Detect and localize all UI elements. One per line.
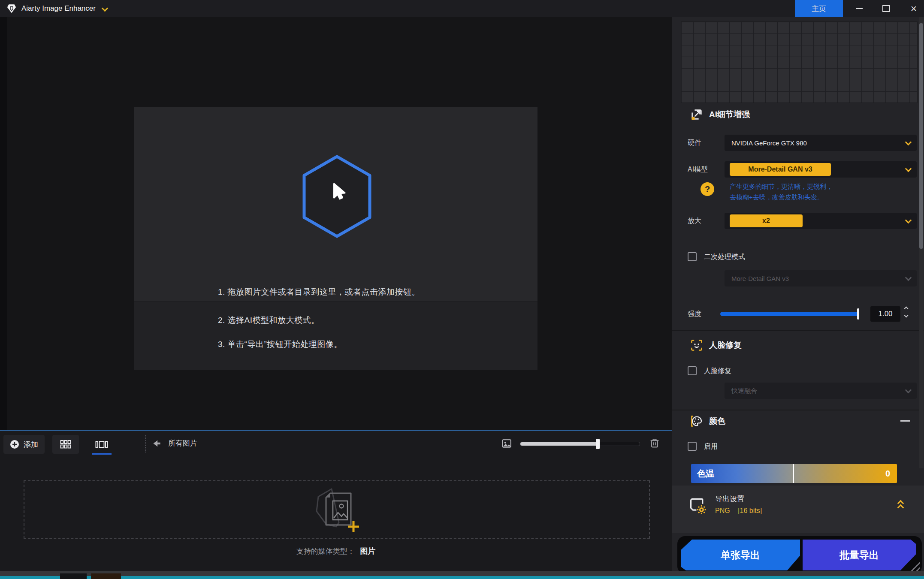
minimize-button[interactable] [849, 0, 869, 17]
maximize-icon [882, 5, 890, 12]
upscale-label: 放大 [688, 217, 701, 226]
app-menu-chevron-icon[interactable] [101, 6, 108, 12]
export-bit-depth: [16 bits] [738, 507, 762, 514]
media-list-panel: 添加 所有图片 [0, 430, 672, 572]
home-button[interactable]: 主页 [795, 0, 843, 17]
minimize-icon [856, 8, 863, 9]
second-pass-checkbox[interactable] [688, 252, 697, 261]
batch-export-button[interactable]: 批量导出 [803, 540, 916, 570]
export-settings-icon [687, 495, 707, 516]
ai-model-dropdown[interactable]: More-Detail GAN v3 [725, 161, 917, 178]
face-restore-label: 人脸修复 [704, 367, 731, 376]
collapse-minus-icon[interactable] [900, 420, 910, 422]
strength-slider[interactable] [720, 312, 859, 316]
hardware-label: 硬件 [688, 139, 701, 148]
drop-hexagon-cursor-icon [299, 154, 374, 241]
taskbar-item [91, 573, 121, 579]
close-button[interactable]: ✕ [903, 0, 924, 17]
model-description: 产生更多的细节，更清晰，更锐利， 去模糊+去噪，改善皮肤和头发。 [730, 181, 833, 202]
app-window: Aiarty Image Enhancer 主页 ✕ [0, 0, 924, 579]
preview-transparency-grid [681, 21, 918, 103]
batch-export-label: 批量导出 [839, 549, 879, 562]
strength-stepper[interactable] [904, 307, 908, 318]
chevron-down-icon [905, 166, 912, 173]
chevron-up-icon [897, 503, 904, 510]
export-format-value: PNG [715, 507, 730, 514]
face-restore-mode-value: 快速融合 [731, 387, 757, 395]
model-description-line-2: 去模糊+去噪，改善皮肤和头发。 [730, 192, 833, 202]
main-area: 1. 拖放图片文件或者目录到这里，或者点击添加按钮。 2. 选择AI模型和放大模… [0, 17, 672, 430]
export-settings-panel[interactable]: 导出设置 PNG [16 bits] [672, 486, 924, 533]
thumbnail-size-slider[interactable] [520, 442, 640, 446]
hardware-value: NVIDIA GeForce GTX 980 [731, 139, 807, 147]
taskbar-gray-strip [0, 571, 924, 576]
maximize-button[interactable] [876, 0, 896, 17]
upscale-dropdown[interactable]: x2 [725, 213, 917, 229]
home-button-label: 主页 [812, 4, 826, 14]
stepper-up-icon[interactable] [904, 307, 908, 311]
hardware-dropdown[interactable]: NVIDIA GeForce GTX 980 [725, 135, 917, 151]
chevron-down-icon [905, 217, 912, 224]
export-settings-title: 导出设置 [715, 494, 744, 504]
sidebar-scrollbar-track[interactable] [919, 17, 924, 468]
thumbnail-size-icon [501, 438, 512, 449]
instruction-line-3: 3. 单击“导出”按钮开始处理图像。 [218, 339, 342, 350]
filmstrip-view-button[interactable] [88, 435, 115, 454]
resize-grip [909, 561, 920, 572]
face-restore-mode-dropdown[interactable]: 快速融合 [725, 383, 917, 399]
export-expand-button[interactable] [897, 498, 904, 510]
ai-enhance-title: AI细节增强 [709, 108, 750, 121]
color-palette-icon [690, 415, 703, 428]
plus-circle-icon [10, 440, 19, 449]
chevron-down-icon [905, 275, 912, 282]
filmstrip-view-icon [95, 440, 108, 449]
ai-model-label: AI模型 [688, 165, 708, 174]
second-pass-model-value: More-Detail GAN v3 [731, 275, 789, 282]
color-temperature-label: 色温 [697, 464, 714, 483]
face-restore-title: 人脸修复 [709, 339, 742, 352]
single-export-label: 单张导出 [721, 549, 760, 562]
toolbar-separator [145, 435, 146, 452]
strength-value-field[interactable]: 1.00 [870, 306, 900, 322]
trash-icon[interactable] [649, 437, 661, 449]
stepper-down-icon[interactable] [904, 314, 908, 318]
section-divider [672, 410, 924, 410]
export-format-row: PNG [16 bits] [715, 507, 762, 515]
strength-slider-handle[interactable] [857, 308, 859, 320]
strength-label: 强度 [688, 310, 701, 319]
chevron-down-icon [905, 387, 912, 394]
taskbar-teal-strip [0, 576, 924, 579]
ai-enhance-icon [690, 108, 703, 121]
add-button[interactable]: 添加 [3, 435, 45, 454]
sidebar-scrollbar-thumb[interactable] [919, 23, 923, 249]
supported-media-label: 支持的媒体类型： [296, 547, 355, 555]
supported-media-row: 支持的媒体类型： 图片 [0, 546, 672, 556]
supported-media-value: 图片 [360, 547, 375, 555]
single-export-button[interactable]: 单张导出 [681, 540, 800, 570]
drop-instructions-panel[interactable]: 1. 拖放图片文件或者目录到这里，或者点击添加按钮。 2. 选择AI模型和放大模… [134, 107, 537, 370]
instruction-line-1: 1. 拖放图片文件或者目录到这里，或者点击添加按钮。 [218, 286, 420, 298]
add-image-dropzone-icon [311, 486, 362, 534]
color-temperature-slider[interactable]: 色温 0 [691, 464, 897, 483]
color-temperature-handle[interactable] [793, 464, 794, 483]
app-title: Aiarty Image Enhancer [21, 0, 96, 17]
color-enable-checkbox[interactable] [688, 442, 697, 451]
media-dropzone[interactable] [24, 480, 650, 539]
drop-hex-zone[interactable]: 1. 拖放图片文件或者目录到这里，或者点击添加按钮。 [134, 107, 537, 302]
second-pass-model-dropdown[interactable]: More-Detail GAN v3 [725, 270, 917, 286]
grid-view-button[interactable] [52, 435, 79, 454]
add-button-label: 添加 [24, 440, 38, 449]
second-pass-label: 二次处理模式 [704, 253, 745, 262]
titlebar: Aiarty Image Enhancer 主页 ✕ [0, 0, 924, 17]
color-section-title: 颜色 [709, 415, 725, 428]
model-description-line-1: 产生更多的细节，更清晰，更锐利， [730, 181, 833, 192]
settings-sidebar: AI细节增强 硬件 NVIDIA GeForce GTX 980 AI模型 Mo… [672, 17, 924, 579]
face-restore-checkbox[interactable] [688, 366, 697, 375]
taskbar-item [60, 573, 87, 579]
back-arrow-icon[interactable] [151, 438, 162, 449]
color-temperature-value: 0 [885, 464, 890, 483]
help-glyph: ? [705, 184, 710, 194]
help-icon[interactable]: ? [701, 182, 714, 196]
thumbnail-size-slider-handle[interactable] [596, 439, 600, 449]
instruction-line-2: 2. 选择AI模型和放大模式。 [218, 315, 320, 326]
